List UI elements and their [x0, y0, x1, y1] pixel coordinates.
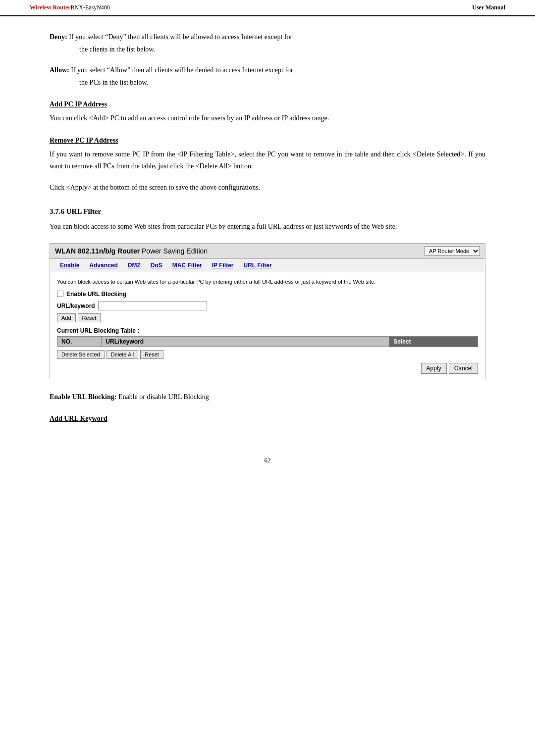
url-keyword-label: URL/keyword [57, 302, 95, 309]
action-row: Delete Selected Delete All Reset [57, 350, 478, 359]
model-name: RNX-EasyN400 [71, 4, 110, 11]
nav-dmz[interactable]: DMZ [123, 261, 146, 270]
router-desc: You can block access to certain Web site… [57, 278, 478, 286]
brand-name: Wireless Router [30, 4, 71, 11]
reset2-button[interactable]: Reset [140, 350, 163, 359]
url-keyword-input[interactable] [98, 302, 207, 310]
enable-url-section-text: Enable or disable URL Blocking [118, 393, 209, 401]
router-title-bar: WLAN 802.11n/b/g Router Power Saving Edi… [50, 244, 485, 259]
deny-label: Deny: [50, 33, 67, 41]
router-interface-box: WLAN 802.11n/b/g Router Power Saving Edi… [50, 243, 485, 379]
header-manual: User Manual [472, 4, 505, 11]
allow-label: Allow: [50, 66, 69, 74]
nav-enable[interactable]: Enable [55, 261, 84, 270]
apply-button[interactable]: Apply [421, 363, 447, 374]
url-keyword-row: URL/keyword [57, 302, 478, 310]
allow-text2: the PCs in the list below. [79, 77, 485, 89]
router-nav: Enable Advanced DMZ DoS MAC Filter IP Fi… [50, 259, 485, 272]
enable-url-section-label: Enable URL Blocking: [50, 393, 116, 401]
apply-text: Click <Apply> at the bottom of the scree… [50, 182, 485, 194]
col-select: Select [389, 336, 478, 347]
router-mode-select[interactable]: AP Router Mode [425, 246, 480, 256]
deny-text2: the clients in the list below. [79, 44, 485, 56]
col-url: URL/keyword [102, 336, 389, 347]
reset-button[interactable]: Reset [78, 313, 101, 322]
allow-para: Allow: If you select “Allow” then all cl… [50, 64, 485, 77]
delete-all-button[interactable]: Delete All [107, 350, 138, 359]
router-body: You can block access to certain Web site… [50, 272, 485, 379]
header-left: Wireless RouterRNX-EasyN400 [30, 4, 110, 11]
enable-url-label: Enable URL Blocking [66, 291, 126, 298]
remove-pc-header: Remove PC IP Address [50, 137, 485, 145]
add-url-header: Add URL Keyword [50, 415, 485, 423]
allow-text: If you select “Allow” then all clients w… [71, 66, 293, 74]
page-footer: 62 [0, 447, 535, 474]
router-title-bold: WLAN 802.11n/b/g Router [55, 247, 140, 255]
page-number: 62 [265, 456, 271, 464]
router-title: WLAN 802.11n/b/g Router Power Saving Edi… [55, 247, 208, 255]
nav-mac-filter[interactable]: MAC Filter [167, 261, 207, 270]
deny-text: If you select “Deny” then all clients wi… [69, 33, 292, 41]
cancel-button[interactable]: Cancel [449, 363, 478, 374]
deny-block: Deny: If you select “Deny” then all clie… [50, 31, 485, 55]
section-376-text: You can block access to some Web sites f… [50, 221, 485, 233]
page-header: Wireless RouterRNX-EasyN400 User Manual [0, 0, 535, 16]
add-pc-text: You can click <Add> PC to add an access … [50, 112, 485, 125]
delete-selected-button[interactable]: Delete Selected [57, 350, 105, 359]
url-blocking-table: NO. URL/keyword Select [57, 336, 478, 347]
add-pc-header: Add PC IP Address [50, 101, 485, 108]
remove-pc-text: If you want to remove some PC IP from th… [50, 149, 485, 173]
section-376-heading: 3.7.6 URL Filter [50, 207, 485, 216]
enable-url-row: Enable URL Blocking [57, 291, 478, 298]
apply-cancel-row: Apply Cancel [57, 361, 478, 374]
nav-advanced[interactable]: Advanced [84, 261, 122, 270]
add-button[interactable]: Add [57, 313, 76, 322]
deny-para: Deny: If you select “Deny” then all clie… [50, 31, 485, 44]
table-section-label: Current URL Blocking Table : [57, 327, 478, 334]
add-reset-row: Add Reset [57, 313, 478, 322]
allow-block: Allow: If you select “Allow” then all cl… [50, 64, 485, 89]
router-title-normal: Power Saving Edition [140, 247, 208, 255]
nav-dos[interactable]: DoS [146, 261, 167, 270]
main-content: Deny: If you select “Deny” then all clie… [0, 16, 535, 447]
enable-url-section: Enable URL Blocking: Enable or disable U… [50, 391, 485, 403]
enable-url-checkbox[interactable] [57, 291, 63, 297]
col-no: NO. [57, 336, 102, 347]
nav-ip-filter[interactable]: IP Filter [207, 261, 239, 270]
nav-url-filter[interactable]: URL Filter [239, 261, 277, 270]
